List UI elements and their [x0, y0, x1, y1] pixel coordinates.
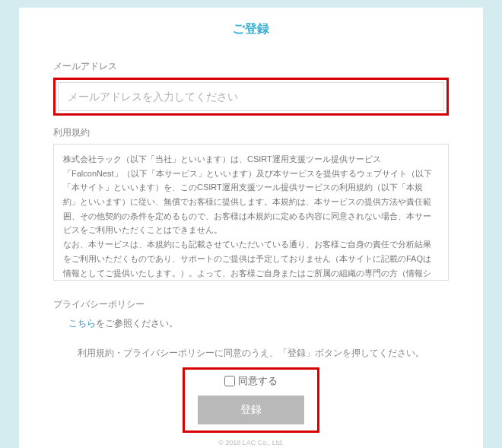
email-label: メールアドレス [53, 60, 449, 73]
footer-copyright: © 2018 LAC Co., Ltd. [53, 439, 449, 446]
agree-checkbox[interactable] [224, 376, 235, 386]
register-panel: ご登録 メールアドレス 利用規約 プライバシーポリシー こちらをご参照ください。… [19, 8, 483, 448]
agree-label: 同意する [238, 374, 278, 388]
privacy-line: こちらをご参照ください。 [53, 317, 449, 330]
privacy-after: をご参照ください。 [96, 318, 178, 329]
instruction-text: 利用規約・プライバシーポリシーに同意のうえ、「登録」ボタンを押してください。 [53, 347, 449, 360]
agree-row[interactable]: 同意する [189, 374, 313, 388]
privacy-link[interactable]: こちら [68, 318, 96, 329]
terms-label: 利用規約 [53, 126, 449, 139]
terms-textarea[interactable] [53, 144, 449, 281]
page-title: ご登録 [53, 21, 449, 37]
email-input[interactable] [58, 82, 444, 111]
email-highlight [53, 78, 449, 116]
submit-button[interactable]: 登録 [198, 396, 304, 424]
agree-highlight: 同意する 登録 [183, 367, 319, 433]
privacy-label: プライバシーポリシー [53, 298, 449, 311]
